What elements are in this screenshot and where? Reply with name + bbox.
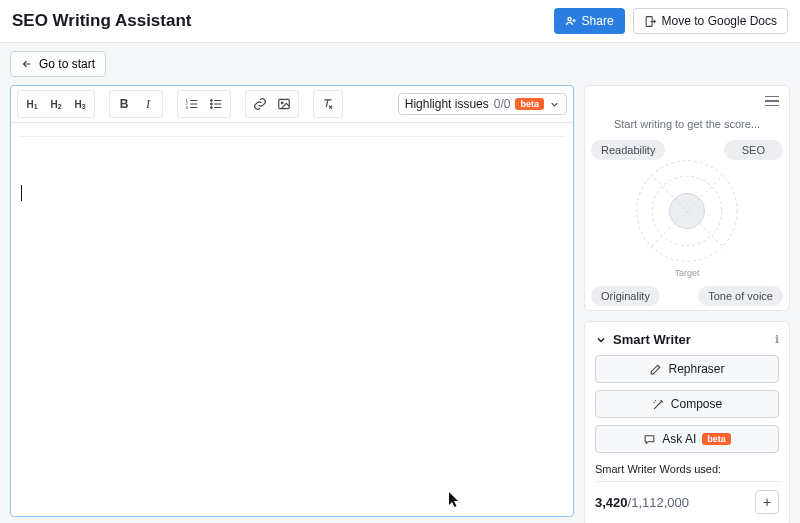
svg-point-0	[567, 17, 570, 20]
image-icon	[277, 97, 291, 111]
editor-toolbar: H1 H2 H3 B I 123	[11, 86, 573, 123]
highlight-count: 0/0	[494, 97, 511, 111]
svg-point-6	[211, 103, 213, 105]
top-actions: Share Move to Google Docs	[554, 8, 788, 34]
user-plus-icon	[565, 15, 577, 27]
ordered-list-icon: 123	[185, 97, 199, 111]
arrow-left-icon	[21, 58, 33, 70]
clear-group	[313, 90, 343, 118]
link-icon	[253, 97, 267, 111]
italic-button[interactable]: I	[136, 93, 160, 115]
bold-button[interactable]: B	[112, 93, 136, 115]
panel-menu-button[interactable]	[761, 92, 783, 110]
words-used-value: 3,420/1,112,000	[595, 495, 689, 510]
chat-icon	[643, 433, 656, 446]
originality-pill[interactable]: Originality	[591, 286, 660, 306]
heading-group: H1 H2 H3	[17, 90, 95, 118]
unordered-list-icon	[209, 97, 223, 111]
smart-writer-toggle[interactable]: Smart Writer	[595, 332, 691, 347]
style-group: B I	[109, 90, 163, 118]
text-cursor	[21, 185, 22, 201]
toolbar-left: H1 H2 H3 B I 123	[17, 90, 343, 118]
compose-button[interactable]: Compose	[595, 390, 779, 418]
svg-point-12	[670, 194, 705, 229]
add-words-button[interactable]: +	[755, 490, 779, 514]
beta-badge: beta	[702, 433, 731, 445]
ask-ai-button[interactable]: Ask AI beta	[595, 425, 779, 453]
beta-badge: beta	[515, 98, 544, 110]
score-panel: Start writing to get the score... Readab…	[584, 85, 790, 311]
mouse-cursor-icon	[449, 492, 461, 508]
svg-point-5	[211, 100, 213, 102]
side-panel: Start writing to get the score... Readab…	[584, 85, 790, 523]
editor-body[interactable]	[11, 123, 573, 516]
ordered-list-button[interactable]: 123	[180, 93, 204, 115]
ruler	[19, 129, 565, 137]
move-to-google-docs-button[interactable]: Move to Google Docs	[633, 8, 788, 34]
svg-point-7	[211, 107, 213, 109]
tone-pill[interactable]: Tone of voice	[698, 286, 783, 306]
export-icon	[644, 15, 657, 28]
top-bar: SEO Writing Assistant Share Move to Goog…	[0, 0, 800, 43]
go-to-start-button[interactable]: Go to start	[10, 51, 106, 77]
unordered-list-button[interactable]	[204, 93, 228, 115]
highlight-issues-dropdown[interactable]: Highlight issues 0/0 beta	[398, 93, 567, 115]
h1-button[interactable]: H1	[20, 93, 44, 115]
main: H1 H2 H3 B I 123	[0, 85, 800, 523]
smart-writer-panel: Smart Writer ℹ Rephraser Compose Ask AI …	[584, 321, 790, 523]
info-button[interactable]: ℹ	[775, 333, 779, 346]
h3-button[interactable]: H3	[68, 93, 92, 115]
chevron-down-icon	[595, 334, 607, 346]
chevron-down-icon	[549, 99, 560, 110]
magic-wand-icon	[652, 398, 665, 411]
editor: H1 H2 H3 B I 123	[10, 85, 574, 517]
pencil-icon	[649, 363, 662, 376]
page-title: SEO Writing Assistant	[12, 11, 191, 31]
words-used-label: Smart Writer Words used:	[595, 463, 779, 475]
image-button[interactable]	[272, 93, 296, 115]
clear-format-icon	[321, 97, 335, 111]
target-label: Target	[674, 268, 699, 278]
rephraser-button[interactable]: Rephraser	[595, 355, 779, 383]
svg-point-9	[281, 102, 283, 104]
list-group: 123	[177, 90, 231, 118]
radar-chart: Readability SEO Originality Tone of voic…	[585, 140, 789, 310]
clear-format-button[interactable]	[316, 93, 340, 115]
radar-chart-icon	[629, 153, 745, 269]
insert-group	[245, 90, 299, 118]
link-button[interactable]	[248, 93, 272, 115]
score-hint: Start writing to get the score...	[585, 110, 789, 140]
share-button[interactable]: Share	[554, 8, 625, 34]
h2-button[interactable]: H2	[44, 93, 68, 115]
sub-bar: Go to start	[0, 43, 800, 85]
svg-text:3: 3	[186, 105, 189, 110]
